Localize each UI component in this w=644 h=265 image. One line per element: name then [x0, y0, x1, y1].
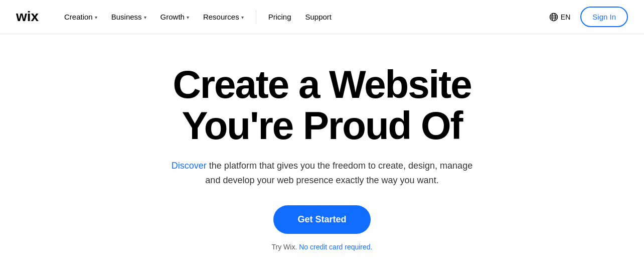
hero-title-line2: You're Proud Of — [182, 103, 462, 148]
svg-text:wix: wix — [16, 9, 39, 23]
hero-subtitle-highlight: Discover — [172, 161, 209, 171]
language-selector[interactable]: EN — [545, 10, 574, 25]
hero-section: Create a Website You're Proud Of Discove… — [0, 34, 644, 265]
nav-item-business[interactable]: Business ▾ — [105, 9, 152, 25]
hero-note-prefix: Try Wix. — [272, 243, 297, 251]
hero-note: Try Wix. No credit card required. — [272, 243, 373, 251]
nav-links: Creation ▾ Business ▾ Growth ▾ Resources… — [58, 9, 545, 25]
chevron-down-icon: ▾ — [187, 15, 189, 20]
globe-icon — [549, 13, 558, 22]
chevron-down-icon: ▾ — [95, 15, 97, 20]
hero-note-link[interactable]: No credit card required. — [299, 243, 372, 251]
nav-growth-label: Growth — [160, 13, 185, 21]
nav-item-growth[interactable]: Growth ▾ — [154, 9, 195, 25]
nav-item-creation[interactable]: Creation ▾ — [58, 9, 103, 25]
hero-title-line1: Create a Website — [173, 62, 471, 106]
nav-resources-label: Resources — [203, 13, 239, 21]
sign-in-button[interactable]: Sign In — [580, 7, 628, 27]
nav-pricing-label: Pricing — [268, 13, 291, 21]
hero-subtitle-text: the platform that gives you the freedom … — [205, 161, 472, 185]
hero-title: Create a Website You're Proud Of — [173, 64, 471, 147]
nav-item-pricing[interactable]: Pricing — [262, 9, 297, 25]
nav-item-resources[interactable]: Resources ▾ — [197, 9, 250, 25]
language-label: EN — [561, 13, 570, 21]
nav-right: EN Sign In — [545, 7, 628, 27]
nav-creation-label: Creation — [64, 13, 93, 21]
nav-support-label: Support — [305, 13, 332, 21]
nav-divider — [256, 10, 256, 24]
chevron-down-icon: ▾ — [241, 15, 244, 20]
get-started-button[interactable]: Get Started — [273, 205, 370, 234]
wix-logo[interactable]: wix — [16, 9, 42, 25]
hero-subtitle: Discover the platform that gives you the… — [167, 159, 477, 188]
nav-item-support[interactable]: Support — [299, 9, 338, 25]
chevron-down-icon: ▾ — [144, 15, 146, 20]
navbar: wix Creation ▾ Business ▾ Growth ▾ Resou… — [0, 0, 644, 34]
nav-business-label: Business — [111, 13, 142, 21]
